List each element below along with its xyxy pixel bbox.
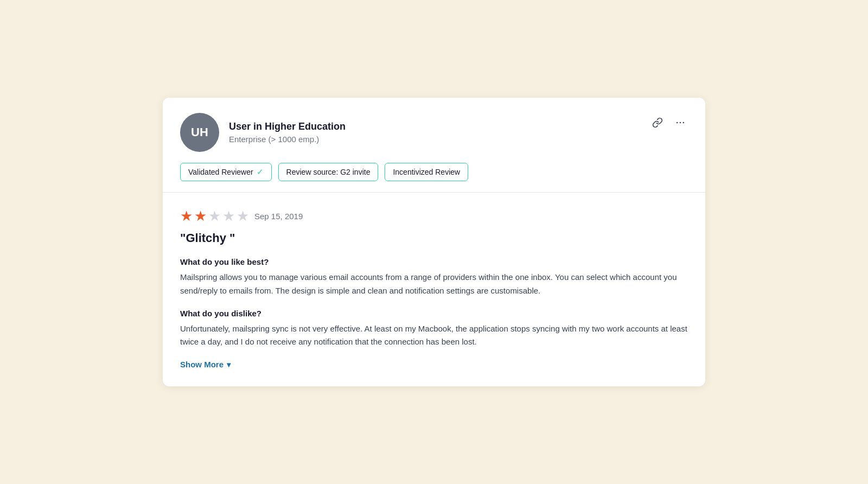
star-5: ★ — [237, 208, 249, 225]
badge-label: Validated Reviewer — [188, 168, 253, 176]
star-4: ★ — [222, 208, 235, 225]
review-title: "Glitchy " — [180, 231, 688, 245]
section-label-likes: What do you like best? — [180, 257, 688, 266]
show-more-label: Show More — [180, 360, 224, 369]
user-name: User in Higher Education — [229, 121, 346, 132]
avatar: UH — [180, 113, 219, 152]
card-header: UH User in Higher Education Enterprise (… — [163, 98, 705, 163]
user-info: UH User in Higher Education Enterprise (… — [180, 113, 346, 152]
badge-validated-reviewer: Validated Reviewer ✓ — [180, 163, 272, 181]
badges-row: Validated Reviewer ✓ Review source: G2 i… — [163, 163, 705, 192]
badge-review-source: Review source: G2 invite — [278, 163, 379, 181]
rating-row: ★ ★ ★ ★ ★ Sep 15, 2019 — [180, 208, 688, 225]
user-company: Enterprise (> 1000 emp.) — [229, 135, 346, 144]
section-label-dislikes: What do you dislike? — [180, 309, 688, 318]
star-3: ★ — [208, 208, 221, 225]
star-2: ★ — [194, 208, 207, 225]
copy-link-button[interactable] — [650, 115, 665, 130]
review-section-likes: What do you like best? Mailspring allows… — [180, 257, 688, 298]
review-date: Sep 15, 2019 — [254, 212, 303, 221]
badge-incentivized-review: Incentivized Review — [385, 163, 468, 181]
card-body: ★ ★ ★ ★ ★ Sep 15, 2019 "Glitchy " What d… — [163, 193, 705, 386]
header-actions — [650, 115, 688, 130]
section-text-likes: Mailspring allows you to manage various … — [180, 271, 688, 298]
svg-point-2 — [683, 122, 685, 124]
svg-point-0 — [676, 122, 678, 124]
chevron-down-icon: ▾ — [227, 360, 231, 369]
star-rating: ★ ★ ★ ★ ★ — [180, 208, 249, 225]
review-card: UH User in Higher Education Enterprise (… — [163, 98, 705, 386]
star-1: ★ — [180, 208, 193, 225]
review-section-dislikes: What do you dislike? Unfortunately, mail… — [180, 309, 688, 349]
ellipsis-icon — [675, 117, 686, 128]
show-more-button[interactable]: Show More ▾ — [180, 360, 231, 369]
link-icon — [652, 117, 663, 128]
more-options-button[interactable] — [673, 115, 688, 130]
section-text-dislikes: Unfortunately, mailspring sync is not ve… — [180, 322, 688, 349]
user-details: User in Higher Education Enterprise (> 1… — [229, 121, 346, 144]
check-icon: ✓ — [257, 167, 264, 177]
badge-label: Review source: G2 invite — [286, 168, 371, 176]
svg-point-1 — [680, 122, 681, 124]
badge-label: Incentivized Review — [393, 168, 460, 176]
